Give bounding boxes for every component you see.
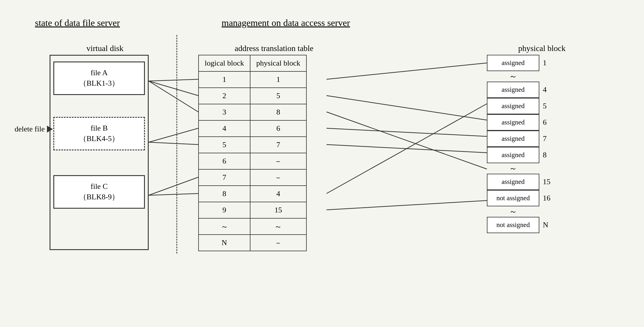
svg-line-8 (327, 96, 487, 120)
phys-cell-15: assigned (487, 174, 539, 190)
svg-line-13 (327, 201, 487, 210)
att-logical-7: 8 (199, 186, 250, 202)
att-row-6: 7－ (199, 169, 306, 186)
att-logical-8: 9 (199, 202, 250, 218)
att-physical-9: ～ (250, 218, 306, 235)
svg-line-0 (149, 79, 198, 81)
virtual-disk-label: virtual disk (64, 44, 146, 53)
phys-number-8: 8 (543, 151, 547, 159)
att-logical-1: 2 (199, 88, 250, 104)
phys-number-5: 5 (543, 102, 547, 110)
att-logical-10: N (199, 235, 250, 251)
phys-tilde-10: ～ (487, 206, 550, 217)
att-physical-7: 4 (250, 186, 306, 202)
att-label: address translation table (210, 44, 338, 53)
file-a-name: file A (56, 68, 143, 78)
svg-line-5 (149, 177, 198, 195)
att-logical-4: 5 (199, 137, 250, 153)
att-physical-10: － (250, 235, 306, 251)
svg-line-4 (149, 142, 198, 145)
phys-row-8: assigned8 (487, 147, 550, 163)
phys-number-4: 4 (543, 85, 547, 94)
phys-number-N: N (543, 221, 548, 229)
physical-block-label: physical block (484, 44, 566, 53)
svg-line-1 (149, 81, 198, 96)
att-logical-0: 1 (199, 71, 250, 88)
address-translation-table: logical block physical block 11253846576… (198, 55, 307, 251)
att-logical-6: 7 (199, 169, 250, 186)
att-row-8: 915 (199, 202, 306, 218)
phys-row-16: not assigned16 (487, 190, 550, 206)
att-row-9: ～～ (199, 218, 306, 235)
phys-cell-1: assigned (487, 55, 539, 71)
att-row-3: 46 (199, 120, 306, 137)
att-logical-5: 6 (199, 153, 250, 169)
att-logical-9: ～ (199, 218, 250, 235)
phys-row-7: assigned7 (487, 131, 550, 147)
file-c-box: file C （BLK8-9） (53, 175, 145, 209)
phys-row-5: assigned5 (487, 98, 550, 114)
att-physical-4: 7 (250, 137, 306, 153)
phys-number-16: 16 (543, 194, 550, 203)
svg-line-12 (327, 104, 487, 194)
physical-block-container: assigned1～assigned4assigned5assigned6ass… (487, 55, 550, 233)
file-c-name: file C (56, 181, 143, 192)
phys-row-N: not assignedN (487, 217, 550, 233)
att-row-0: 11 (199, 71, 306, 88)
phys-tilde-1: ～ (487, 71, 550, 82)
phys-row-4: assigned4 (487, 82, 550, 98)
phys-row-6: assigned6 (487, 114, 550, 131)
phys-row-1: assigned1 (487, 55, 550, 71)
svg-line-9 (327, 112, 487, 169)
phys-cell-16: not assigned (487, 190, 539, 206)
svg-line-7 (327, 63, 487, 79)
att-physical-0: 1 (250, 71, 306, 88)
att-logical-3: 4 (199, 120, 250, 137)
phys-number-15: 15 (543, 177, 550, 186)
svg-line-2 (149, 81, 198, 112)
att-row-2: 38 (199, 104, 306, 120)
virtual-disk-box: file A （BLK1-3） file B （BLK4-5） file C （… (50, 55, 149, 250)
file-b-blocks: （BLK4-5） (56, 133, 143, 144)
header-left: state of data file server (35, 17, 120, 28)
phys-tilde-7: ～ (487, 163, 550, 174)
att-row-1: 25 (199, 88, 306, 104)
delete-arrow-icon (47, 126, 53, 133)
phys-row-15: assigned15 (487, 174, 550, 190)
svg-line-10 (327, 128, 487, 136)
phys-cell-8: assigned (487, 147, 539, 163)
att-physical-5: － (250, 153, 306, 169)
col-logical: logical block (199, 55, 250, 71)
file-a-blocks: （BLK1-3） (56, 78, 143, 89)
phys-number-7: 7 (543, 134, 547, 143)
att-physical-2: 8 (250, 104, 306, 120)
phys-cell-7: assigned (487, 131, 539, 147)
att-row-10: N－ (199, 235, 306, 251)
file-a-box: file A （BLK1-3） (53, 61, 145, 95)
att-row-4: 57 (199, 137, 306, 153)
col-physical: physical block (250, 55, 306, 71)
att-row-5: 6－ (199, 153, 306, 169)
att-physical-1: 5 (250, 88, 306, 104)
file-c-blocks: （BLK8-9） (56, 192, 143, 202)
delete-file-label: delete file (15, 125, 53, 133)
att-physical-6: － (250, 169, 306, 186)
phys-cell-N: not assigned (487, 217, 539, 233)
phys-cell-4: assigned (487, 82, 539, 98)
att-row-7: 84 (199, 186, 306, 202)
file-b-box: file B （BLK4-5） (53, 117, 145, 150)
header-right: management on data access server (222, 17, 350, 28)
phys-cell-6: assigned (487, 114, 539, 131)
att-logical-2: 3 (199, 104, 250, 120)
phys-number-6: 6 (543, 118, 547, 127)
att-physical-8: 15 (250, 202, 306, 218)
phys-cell-5: assigned (487, 98, 539, 114)
delete-file-text: delete file (15, 125, 45, 133)
phys-number-1: 1 (543, 59, 547, 67)
att-physical-3: 6 (250, 120, 306, 137)
file-b-name: file B (56, 123, 143, 133)
svg-line-11 (327, 145, 487, 153)
divider-line (176, 35, 177, 254)
svg-line-3 (149, 128, 198, 142)
svg-line-6 (149, 194, 198, 195)
